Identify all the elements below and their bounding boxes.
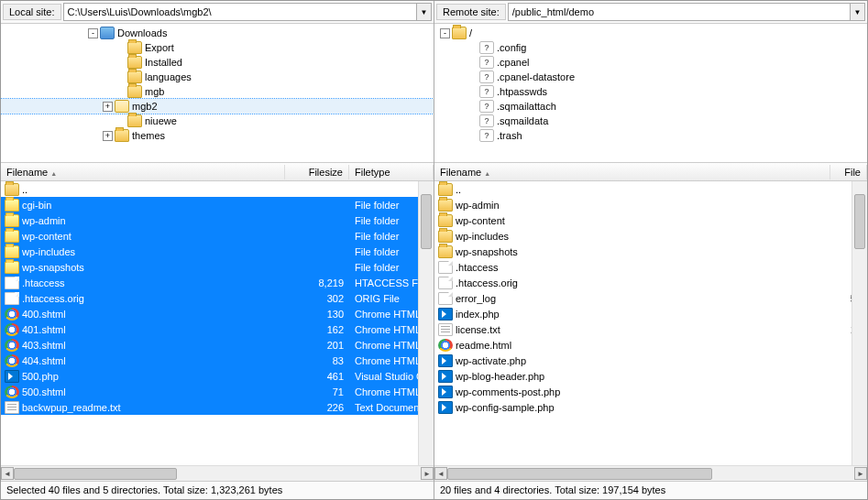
tree-label: niuewe bbox=[145, 115, 177, 126]
expander-blank bbox=[115, 43, 126, 53]
local-tree[interactable]: -DownloadsExportInstalledlanguagesmgb+mg… bbox=[1, 24, 434, 163]
file-row[interactable]: error_log57 bbox=[434, 290, 867, 306]
remote-col-filesize[interactable]: File bbox=[830, 165, 867, 179]
file-name: .htaccess bbox=[22, 277, 64, 288]
scrollbar-thumb[interactable] bbox=[421, 194, 432, 249]
file-row[interactable]: 400.shtml130Chrome HTML bbox=[1, 306, 434, 321]
file-row[interactable]: wp-snapshotsFile folder bbox=[1, 259, 434, 275]
remote-tree[interactable]: -/.config.cpanel.cpanel-datastore.htpass… bbox=[434, 24, 867, 163]
tree-label: Installed bbox=[145, 57, 182, 68]
file-row[interactable]: 403.shtml201Chrome HTML bbox=[1, 337, 434, 353]
file-row[interactable]: 401.shtml162Chrome HTML bbox=[1, 321, 434, 337]
file-name: wp-activate.php bbox=[456, 355, 526, 366]
file-row[interactable]: .. bbox=[1, 181, 434, 197]
hscroll-right-icon[interactable]: ► bbox=[854, 467, 867, 480]
file-row[interactable]: .htaccess.orig bbox=[434, 275, 867, 290]
local-col-filetype[interactable]: Filetype bbox=[349, 165, 434, 179]
remote-vscrollbar[interactable] bbox=[852, 181, 867, 465]
tree-item[interactable]: .sqmailattach bbox=[434, 99, 867, 114]
tree-item[interactable]: -/ bbox=[434, 26, 867, 40]
file-row[interactable]: wp-contentFile folder bbox=[1, 228, 434, 244]
tree-item[interactable]: .config bbox=[434, 40, 867, 55]
tree-item[interactable]: +themes bbox=[1, 128, 434, 143]
file-name: wp-content bbox=[22, 231, 71, 242]
file-type-icon bbox=[438, 183, 453, 196]
tree-item[interactable]: .cpanel-datastore bbox=[434, 70, 867, 84]
expand-icon[interactable]: + bbox=[103, 131, 113, 141]
collapse-icon[interactable]: - bbox=[440, 28, 450, 38]
file-name: license.txt bbox=[456, 324, 500, 335]
tree-item[interactable]: +mgb2 bbox=[1, 99, 434, 114]
local-file-list[interactable]: ..cgi-binFile folderwp-adminFile folderw… bbox=[1, 181, 434, 465]
file-size: 130 bbox=[285, 307, 349, 321]
file-row[interactable]: 500.shtml71Chrome HTML bbox=[1, 384, 434, 399]
scrollbar-thumb[interactable] bbox=[447, 468, 712, 480]
local-hscrollbar[interactable]: ◄ ► bbox=[1, 465, 434, 481]
tree-item[interactable]: niuewe bbox=[1, 114, 434, 128]
local-pane: Local site: ▼ -DownloadsExportInstalledl… bbox=[1, 1, 434, 499]
file-row[interactable]: readme.html7 bbox=[434, 337, 867, 353]
hscroll-left-icon[interactable]: ◄ bbox=[1, 467, 14, 480]
local-header: Filename ▲ Filesize Filetype bbox=[1, 163, 434, 181]
expander-blank bbox=[467, 116, 478, 126]
file-size bbox=[285, 234, 349, 238]
folder-icon bbox=[479, 41, 494, 54]
tree-label: / bbox=[469, 27, 472, 38]
file-row[interactable]: license.txt19 bbox=[434, 321, 867, 337]
tree-item[interactable]: Export bbox=[1, 40, 434, 55]
file-row[interactable]: wp-includes bbox=[434, 228, 867, 244]
file-row[interactable]: wp-comments-post.php5 bbox=[434, 384, 867, 399]
remote-file-list[interactable]: ..wp-adminwp-contentwp-includeswp-snapsh… bbox=[434, 181, 867, 465]
remote-hscrollbar[interactable]: ◄ ► bbox=[434, 465, 867, 481]
scrollbar-thumb[interactable] bbox=[854, 194, 865, 249]
tree-label: .sqmailattach bbox=[497, 101, 556, 112]
tree-item[interactable]: -Downloads bbox=[1, 26, 434, 40]
tree-item[interactable]: .cpanel bbox=[434, 55, 867, 70]
tree-item[interactable]: .htpasswds bbox=[434, 84, 867, 99]
local-site-label: Local site: bbox=[3, 4, 61, 20]
file-row[interactable]: .htaccess bbox=[434, 259, 867, 275]
tree-item[interactable]: mgb bbox=[1, 84, 434, 99]
file-type-icon bbox=[5, 199, 19, 212]
file-row[interactable]: .htaccess.orig302ORIG File bbox=[1, 290, 434, 306]
file-row[interactable]: index.php bbox=[434, 306, 867, 321]
local-vscrollbar[interactable] bbox=[418, 181, 434, 465]
file-row[interactable]: wp-config-sample.php2 bbox=[434, 399, 867, 415]
collapse-icon[interactable]: - bbox=[88, 28, 98, 38]
hscroll-right-icon[interactable]: ► bbox=[421, 467, 434, 480]
file-row[interactable]: backwpup_readme.txt226Text Document bbox=[1, 399, 434, 415]
remote-col-filename[interactable]: Filename ▲ bbox=[434, 165, 830, 179]
file-row[interactable]: wp-blog-header.php bbox=[434, 368, 867, 384]
hscroll-left-icon[interactable]: ◄ bbox=[434, 467, 447, 480]
tree-label: .cpanel-datastore bbox=[497, 71, 575, 82]
file-row[interactable]: .. bbox=[434, 181, 867, 197]
file-row[interactable]: 404.shtml83Chrome HTML bbox=[1, 353, 434, 368]
file-row[interactable]: wp-activate.php4 bbox=[434, 353, 867, 368]
file-row[interactable]: wp-admin bbox=[434, 197, 867, 212]
tree-item[interactable]: Installed bbox=[1, 55, 434, 70]
remote-path-dropdown[interactable]: ▼ bbox=[851, 3, 865, 21]
file-name: 403.shtml bbox=[22, 340, 66, 351]
remote-path-input[interactable] bbox=[508, 3, 851, 21]
file-size: 162 bbox=[285, 322, 349, 337]
tree-item[interactable]: .sqmaildata bbox=[434, 114, 867, 128]
local-col-filesize[interactable]: Filesize bbox=[285, 165, 349, 179]
local-path-dropdown[interactable]: ▼ bbox=[417, 3, 432, 21]
file-row[interactable]: wp-snapshots bbox=[434, 244, 867, 259]
file-type-icon bbox=[438, 199, 453, 212]
file-row[interactable]: wp-content bbox=[434, 212, 867, 228]
file-row[interactable]: wp-adminFile folder bbox=[1, 212, 434, 228]
folder-icon bbox=[479, 71, 494, 83]
expand-icon[interactable]: + bbox=[103, 102, 113, 112]
local-col-filename[interactable]: Filename ▲ bbox=[1, 165, 285, 179]
file-size bbox=[285, 188, 349, 191]
file-row[interactable]: 500.php461Visual Studio C bbox=[1, 368, 434, 384]
tree-item[interactable]: languages bbox=[1, 70, 434, 84]
file-row[interactable]: cgi-binFile folder bbox=[1, 197, 434, 212]
file-type-icon bbox=[5, 261, 19, 274]
scrollbar-thumb[interactable] bbox=[14, 468, 177, 480]
tree-item[interactable]: .trash bbox=[434, 128, 867, 143]
local-path-input[interactable] bbox=[63, 3, 417, 21]
file-row[interactable]: .htaccess8,219HTACCESS File bbox=[1, 275, 434, 290]
file-row[interactable]: wp-includesFile folder bbox=[1, 244, 434, 259]
